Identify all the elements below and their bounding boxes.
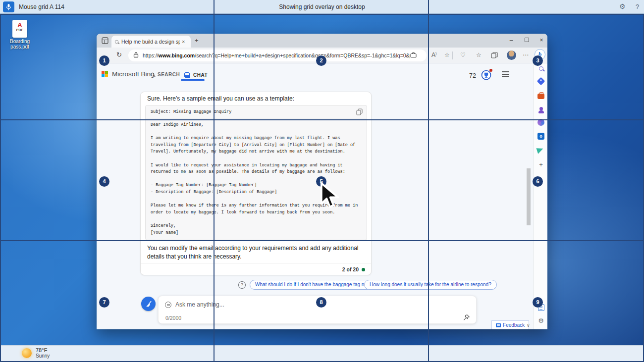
grid-cell-number: 4 [99,176,109,187]
active-tab-underline [181,79,205,81]
attachment-pin-icon[interactable] [463,314,470,323]
pdf-logo-glyph: A [12,22,27,28]
pdf-file-icon: A PDF [12,20,27,38]
email-line: returned to me as soon as possible. The … [151,169,364,176]
read-aloud-icon[interactable]: A) [431,52,436,58]
minimize-button[interactable]: – [505,37,518,44]
screen: A PDF Boarding pass.pdf Mouse grid A 114… [0,0,644,362]
sidebar-settings-gear-icon[interactable]: ⚙ [537,317,545,325]
scrollbar-down-icon[interactable]: ∨ [527,323,530,328]
workspaces-icon[interactable] [102,37,108,46]
status-dot [362,268,365,271]
maximize-button[interactable] [520,37,533,44]
taskbar: 78°F Sunny Search ∧ [0,345,644,362]
email-line: Sincerely, [151,223,364,230]
maximize-icon [525,38,529,42]
email-line: Dear Indigo Airlines, [151,122,364,129]
grid-cell-number: 2 [316,55,326,66]
email-line: travelling from [Departure City] to [Arr… [151,142,364,149]
sidebar-drop-icon[interactable] [536,146,544,154]
search-icon [151,73,155,77]
refresh-button[interactable]: ↻ [116,51,122,58]
weather-temp: 78°F [36,347,50,353]
mouse-cursor [319,181,342,210]
bing-tab-search[interactable]: SEARCH [150,72,180,77]
answer-outro-text: You can modify the email according to yo… [147,244,367,260]
answer-intro-text: Sure. Here's a sample email you can use … [147,95,294,102]
bing-logo[interactable]: Microsoft Bing [102,70,155,78]
email-code-block: Subject: Missing Baggage Inquiry Dear In… [145,105,367,240]
toolbar-divider [452,52,453,59]
sidebar-people-icon[interactable] [537,104,545,112]
answer-footer: 2 of 20 [141,263,371,275]
edge-sidebar: o + ⚙ [533,63,547,329]
new-topic-button[interactable] [141,297,156,311]
tab-title: Help me build a design specifica [121,39,180,45]
settings-gear-icon[interactable]: ⚙ [619,2,626,10]
bing-page: Microsoft Bing SEARCH CHAT 72 [97,63,533,329]
bing-tab-chat[interactable]: CHAT [184,72,208,78]
suggestion-chip[interactable]: How long does it usually take for the ai… [364,280,497,290]
chat-bubble-icon [184,72,190,78]
copy-icon [356,108,363,115]
code-block-header: Subject: Missing Baggage Inquiry [146,105,367,118]
email-line: I am writing to enquire about my missing… [151,135,364,142]
lock-icon [133,51,139,60]
grid-cell-number: 7 [99,297,109,308]
grid-hline-2 [0,240,644,241]
chat-input[interactable] [175,299,383,310]
tab-close-icon[interactable]: × [182,39,185,45]
sidebar-shopping-tag-icon[interactable] [537,77,545,86]
rewards-points: 72 [469,72,476,79]
email-line [151,155,364,162]
profile-avatar[interactable] [507,51,516,60]
sun-icon [22,348,32,358]
desktop-icon-boarding-pass[interactable]: A PDF Boarding pass.pdf [6,20,34,50]
desktop-icon-label: Boarding pass.pdf [6,39,34,50]
email-line: order to locate my baggage. I look forwa… [151,209,364,216]
favorites-bar-icon[interactable]: ☆ [476,52,482,58]
email-subject: Subject: Missing Baggage Inquiry [151,109,231,114]
email-line: Travel]. Unfortunately, my baggage did n… [151,149,364,155]
url-text: https://www.bing.com/search?q=Help+me+bu… [143,52,410,58]
scrollbar-thumb[interactable] [527,168,531,225]
favorites-add-icon[interactable]: ☆ [444,52,450,58]
browser-essentials-icon[interactable]: ♡ [460,52,466,58]
pdf-badge: PDF [12,28,27,32]
microsoft-logo-icon [102,71,108,77]
hamburger-menu-icon[interactable] [502,74,509,75]
taskbar-weather-widget[interactable]: 78°F Sunny [22,347,50,359]
close-window-button[interactable]: × [535,37,548,44]
broom-icon [145,300,153,308]
briefcase-icon [410,51,417,60]
address-bar[interactable]: https://www.bing.com/search?q=Help+me+bu… [128,50,427,61]
grid-vline-2 [428,0,429,362]
copy-button[interactable] [356,108,363,117]
sidebar-tools-briefcase-icon[interactable] [537,94,544,99]
sidebar-add-icon[interactable]: + [537,161,545,169]
email-line: I would like to request your assistance … [151,162,364,169]
help-icon[interactable]: ? [636,3,639,10]
more-menu-icon[interactable]: ⋯ [523,52,529,58]
browser-tabstrip: Help me build a design specifica × + – × [97,34,547,48]
sidebar-outlook-icon[interactable]: o [537,132,545,140]
chat-input-bubble-icon [165,302,171,308]
feedback-flag-icon [496,323,501,327]
feedback-button[interactable]: Feedback [491,320,529,329]
grid-hline-1 [0,119,644,120]
grid-cell-number: 3 [533,55,543,66]
grid-app-status: Showing grid overlay on desktop [0,3,644,10]
turn-counter: 2 of 20 [342,266,359,272]
email-body: Dear Indigo Airlines, I am writing to en… [151,122,364,236]
suggestions-help-icon[interactable]: ? [238,281,246,289]
search-favicon-icon [115,40,118,43]
collections-icon[interactable] [491,52,498,60]
browser-tab[interactable]: Help me build a design specifica × [111,36,191,48]
grid-app-titlebar: Mouse grid A 114 Showing grid overlay on… [0,0,644,14]
grid-vline-1 [214,0,215,362]
grid-cell-number: 6 [533,176,543,187]
new-tab-button[interactable]: + [195,37,199,44]
email-line [151,216,364,223]
notification-dot [489,69,492,72]
email-line [151,129,364,136]
